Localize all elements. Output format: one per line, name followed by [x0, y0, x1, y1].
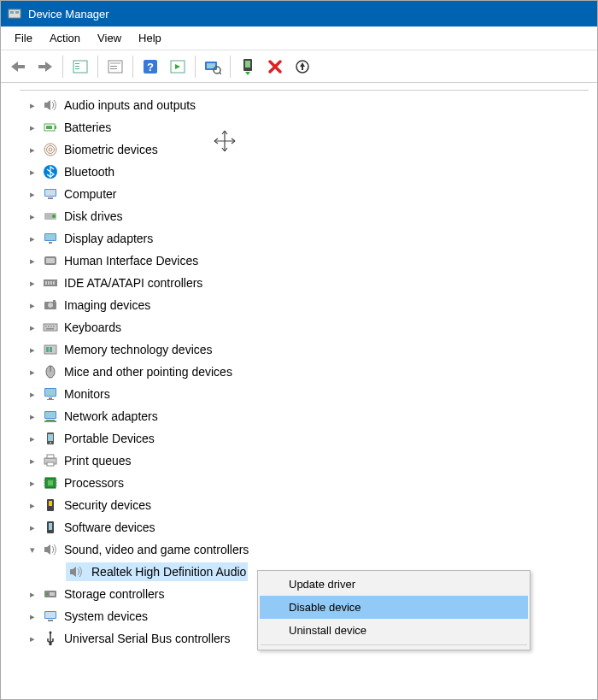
device-category[interactable]: ▸Portable Devices: [20, 427, 589, 450]
expand-toggle[interactable]: ▸: [25, 344, 40, 356]
usb-icon: [42, 630, 59, 647]
expand-toggle[interactable]: ▸: [25, 500, 40, 511]
svg-rect-94: [50, 643, 52, 645]
expand-toggle[interactable]: ▸: [25, 522, 40, 533]
svg-rect-4: [75, 63, 79, 64]
expand-toggle[interactable]: ▸: [25, 367, 40, 378]
svg-line-18: [220, 73, 221, 74]
category-label: System devices: [64, 609, 148, 623]
expand-toggle[interactable]: ▸: [25, 122, 40, 133]
expand-toggle[interactable]: ▸: [25, 433, 40, 444]
device-category[interactable]: ▸Processors: [20, 472, 589, 494]
device-category[interactable]: ▸Audio inputs and outputs: [20, 94, 589, 116]
battery-icon: [42, 119, 59, 136]
svg-point-30: [49, 148, 52, 151]
properties-button[interactable]: [102, 53, 129, 80]
help-button[interactable]: ?: [137, 53, 164, 80]
expand-toggle[interactable]: ▸: [25, 189, 40, 200]
device-category[interactable]: ▸Batteries: [20, 116, 589, 138]
svg-rect-51: [45, 326, 47, 327]
menu-view[interactable]: View: [89, 29, 130, 47]
expand-toggle[interactable]: ▸: [25, 167, 40, 178]
device-category[interactable]: ▸Imaging devices: [20, 294, 589, 316]
device-category[interactable]: ▸Mice and other pointing devices: [20, 361, 589, 383]
svg-rect-92: [48, 620, 53, 621]
expand-toggle[interactable]: ▸: [25, 389, 40, 400]
expand-toggle[interactable]: ▸: [25, 633, 40, 644]
device-category[interactable]: ▸Print queues: [20, 450, 589, 472]
svg-point-71: [50, 442, 51, 444]
software-icon: [42, 519, 59, 536]
svg-rect-68: [44, 421, 56, 422]
speaker-icon: [42, 97, 59, 114]
security-icon: [42, 497, 59, 514]
device-category[interactable]: ▸Disk drives: [20, 205, 589, 227]
expand-toggle[interactable]: ▸: [25, 322, 40, 333]
ctx-disable-device[interactable]: Disable device: [260, 596, 528, 619]
update-driver-button[interactable]: [199, 53, 226, 80]
show-hide-tree-button[interactable]: [67, 53, 94, 80]
expand-toggle[interactable]: ▸: [25, 100, 40, 111]
device-tree[interactable]: ▸Audio inputs and outputs▸Batteries▸Biom…: [1, 83, 597, 699]
device-category[interactable]: ▸Bluetooth: [20, 161, 589, 183]
svg-rect-52: [48, 326, 50, 327]
svg-rect-5: [75, 66, 79, 67]
svg-rect-44: [48, 281, 50, 285]
device-category[interactable]: ▸Keyboards: [20, 316, 589, 338]
device-category[interactable]: ▸Network adapters: [20, 405, 589, 427]
uninstall-device-button[interactable]: [261, 53, 289, 80]
svg-point-36: [52, 215, 56, 218]
ctx-update-driver[interactable]: Update driver: [260, 573, 528, 596]
expand-toggle[interactable]: ▸: [25, 278, 40, 289]
menu-help[interactable]: Help: [130, 29, 170, 47]
expand-toggle[interactable]: ▸: [25, 256, 40, 267]
printer-icon: [42, 452, 59, 469]
device-category[interactable]: ▸Monitors: [20, 383, 589, 405]
expand-toggle[interactable]: ▸: [25, 478, 40, 489]
ctx-uninstall-device[interactable]: Uninstall device: [260, 619, 528, 642]
category-label: Universal Serial Bus controllers: [64, 632, 231, 645]
expand-toggle[interactable]: ▸: [25, 456, 40, 467]
expand-toggle[interactable]: ▸: [25, 211, 40, 222]
scan-hardware-button[interactable]: [164, 53, 191, 80]
expand-toggle[interactable]: ▸: [25, 611, 40, 622]
svg-rect-26: [55, 126, 56, 129]
svg-rect-49: [53, 300, 56, 302]
category-label: Audio inputs and outputs: [64, 98, 196, 112]
device-category[interactable]: ▸Software devices: [20, 516, 589, 538]
svg-rect-20: [245, 61, 250, 68]
device-category[interactable]: ▸IDE ATA/ATAPI controllers: [20, 272, 589, 294]
expand-toggle[interactable]: ▸: [25, 233, 40, 244]
category-label: Print queues: [64, 454, 132, 468]
menu-action[interactable]: Action: [41, 29, 89, 47]
device-category[interactable]: ▸Human Interface Devices: [20, 250, 589, 272]
svg-rect-38: [45, 234, 56, 240]
category-label: Memory technology devices: [64, 343, 213, 356]
category-label: Processors: [64, 476, 124, 490]
toolbar-separator: [230, 56, 231, 78]
device-category[interactable]: ▸Security devices: [20, 494, 589, 516]
disable-device-button[interactable]: [289, 53, 316, 80]
svg-rect-84: [49, 501, 52, 506]
expand-toggle[interactable]: ▾: [25, 544, 40, 556]
expand-toggle[interactable]: ▸: [25, 589, 40, 600]
svg-rect-24: [302, 67, 303, 70]
svg-rect-66: [45, 412, 56, 418]
menu-file[interactable]: File: [6, 29, 41, 47]
expand-toggle[interactable]: ▸: [25, 144, 40, 156]
expand-toggle[interactable]: ▸: [25, 300, 40, 311]
device-category[interactable]: ▸Biometric devices: [20, 138, 589, 161]
keyboard-icon: [42, 319, 59, 336]
device-category[interactable]: ▸Computer: [20, 183, 589, 205]
forward-button[interactable]: [32, 53, 59, 80]
expand-toggle[interactable]: ▸: [25, 411, 40, 422]
network-icon: [42, 408, 59, 425]
device-category[interactable]: ▸Display adapters: [20, 227, 589, 250]
category-label: Software devices: [64, 521, 155, 534]
titlebar: Device Manager: [1, 1, 597, 26]
svg-rect-89: [50, 592, 55, 596]
enable-device-button[interactable]: [234, 53, 261, 80]
back-button[interactable]: [4, 53, 32, 80]
device-category[interactable]: ▾Sound, video and game controllers: [20, 538, 589, 561]
device-category[interactable]: ▸Memory technology devices: [20, 338, 589, 361]
